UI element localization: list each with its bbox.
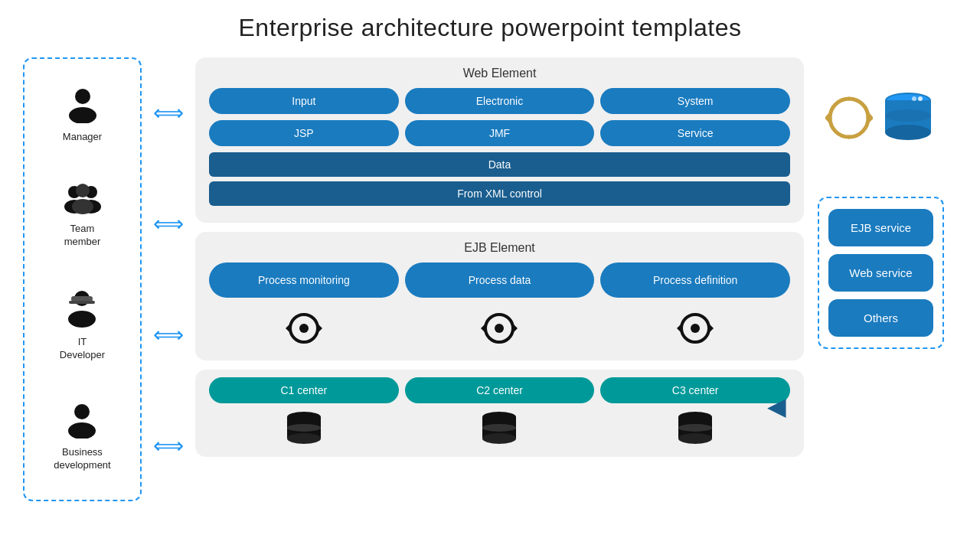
manager-label: Manager [63, 131, 102, 144]
svg-point-1 [69, 107, 96, 123]
svg-point-33 [678, 433, 712, 444]
team-label: Teammember [64, 223, 101, 249]
svg-point-26 [287, 424, 321, 432]
manager-icon [66, 86, 100, 128]
it-label: ITDeveloper [60, 336, 105, 362]
svg-marker-18 [513, 324, 518, 333]
svg-marker-36 [825, 112, 830, 124]
svg-marker-16 [286, 324, 290, 333]
svg-point-30 [482, 424, 516, 432]
pill-web-service: Web service [828, 254, 933, 292]
web-element-panel: Web Element Input Electronic System JSP … [195, 57, 804, 223]
db-icon-3 [600, 408, 790, 451]
db-icon-2 [405, 408, 595, 451]
svg-point-20 [691, 324, 700, 333]
pill-service: Service [600, 120, 790, 146]
pill-c3: C3 center [600, 377, 790, 403]
arrows-column: ⟺ ⟺ ⟺ ⟺ [142, 57, 195, 501]
pill-jsp: JSP [209, 120, 399, 146]
svg-point-40 [885, 125, 931, 140]
arrow-team: ⟺ [153, 211, 184, 236]
ejb-element-title: EJB Element [209, 241, 790, 255]
database-large-icon [880, 88, 936, 151]
bar-data: Data [209, 152, 790, 177]
svg-point-43 [912, 96, 916, 101]
db-icon-1 [209, 408, 399, 451]
arrow-manager: ⟺ [153, 100, 184, 126]
right-top [825, 88, 936, 151]
svg-point-14 [299, 324, 309, 333]
svg-marker-22 [677, 324, 681, 333]
svg-point-17 [495, 324, 504, 333]
right-section: ◀ EJB service Web service Others [804, 57, 957, 501]
bar-xml: From XML control [209, 181, 790, 206]
svg-marker-19 [481, 324, 485, 333]
svg-marker-15 [318, 324, 322, 333]
person-manager: Manager [63, 86, 102, 144]
pill-electronic: Electronic [405, 88, 595, 114]
right-services-box: EJB service Web service Others [818, 197, 944, 349]
left-panel: Manager Teammember [23, 57, 142, 501]
center-panels: Web Element Input Electronic System JSP … [195, 57, 804, 457]
svg-point-34 [678, 424, 712, 432]
pill-process-definition: Process definition [600, 262, 790, 298]
svg-point-42 [918, 96, 923, 101]
svg-point-41 [885, 109, 931, 122]
svg-point-25 [287, 433, 321, 444]
pill-process-data: Process data [405, 262, 595, 298]
pill-process-monitoring: Process monitoring [209, 262, 399, 298]
ejb-element-panel: EJB Element Process monitoring Process d… [195, 232, 804, 360]
svg-marker-35 [868, 112, 873, 124]
arrow-business: ⟺ [153, 433, 184, 458]
svg-point-11 [68, 311, 96, 328]
pill-others: Others [828, 299, 933, 337]
pill-input: Input [209, 88, 399, 114]
person-it: ITDeveloper [60, 289, 105, 362]
pill-ejb-service: EJB service [828, 209, 933, 246]
person-team: Teammember [62, 184, 103, 249]
person-business: Businessdevelopment [54, 402, 110, 472]
pill-jmf: JMF [405, 120, 595, 146]
pill-c1: C1 center [209, 377, 399, 403]
svg-rect-9 [71, 296, 93, 302]
ejb-pills-row: Process monitoring Process data Process … [209, 262, 790, 298]
svg-point-13 [68, 422, 96, 439]
ejb-arrow-left: ◀ [767, 392, 786, 421]
ejb-sync-icons [209, 304, 790, 353]
bottom-centers-panel: C1 center C2 center C3 center [195, 370, 804, 457]
db-icons-row [209, 408, 790, 451]
svg-point-12 [74, 404, 90, 419]
pill-system: System [600, 88, 790, 114]
sync-icon-2 [405, 304, 595, 353]
page-title: Enterprise architecture powerpoint templ… [0, 0, 980, 50]
it-icon [65, 289, 99, 333]
business-label: Businessdevelopment [54, 446, 110, 472]
web-element-title: Web Element [209, 67, 790, 80]
pill-c2: C2 center [405, 377, 595, 403]
business-icon [65, 402, 99, 443]
svg-rect-10 [69, 301, 95, 304]
svg-marker-21 [709, 324, 714, 333]
arrow-it: ⟺ [153, 322, 184, 347]
team-icon [62, 184, 103, 220]
sync-gold-icon [825, 94, 873, 145]
svg-point-0 [75, 89, 90, 104]
centers-pills-row: C1 center C2 center C3 center [209, 377, 790, 403]
svg-point-6 [76, 184, 90, 197]
svg-point-7 [72, 199, 93, 214]
svg-point-29 [482, 433, 516, 444]
right-area: ◀ EJB service Web service Others [804, 166, 957, 349]
web-pills-grid: Input Electronic System JSP JMF Service [209, 88, 790, 146]
sync-icon-1 [209, 304, 399, 353]
sync-icon-3 [600, 304, 790, 353]
main-content: Manager Teammember [0, 50, 980, 540]
